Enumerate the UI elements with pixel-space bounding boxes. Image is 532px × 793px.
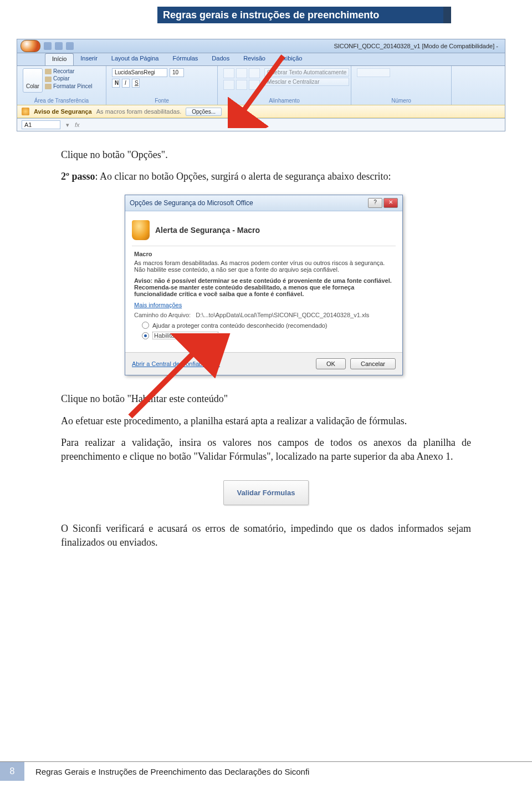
ok-button[interactable]: OK: [316, 358, 346, 369]
underline-button[interactable]: S: [132, 79, 140, 88]
number-group-label: Número: [357, 96, 446, 104]
ribbon-body: Colar Recortar Copiar Formatar Pincel Ár…: [17, 66, 505, 105]
macro-label: Macro: [134, 251, 393, 257]
paragraph-1: Clique no botão "Opções".: [61, 148, 471, 162]
radio-icon: [142, 322, 149, 329]
group-number: Número: [351, 66, 452, 105]
paragraph-4: Ao efetuar este procedimento, a planilha…: [61, 414, 471, 428]
more-info-link[interactable]: Mais informações: [134, 302, 182, 308]
header-banner: Regras gerais e instruções de preenchime…: [157, 7, 451, 23]
align-top-icon[interactable]: [223, 68, 234, 78]
paste-button[interactable]: Colar: [23, 68, 43, 93]
office-button-icon[interactable]: [21, 40, 40, 52]
align-bottom-icon[interactable]: [249, 68, 260, 78]
tab-formulas[interactable]: Fórmulas: [166, 53, 206, 65]
fx-label: fx: [75, 121, 80, 128]
font-name-select[interactable]: LucidaSansRegi: [112, 68, 167, 77]
radio-protect-label: Ajudar a proteger contra conteúdo descon…: [152, 322, 328, 329]
security-warning-bar: Aviso de Segurança As macros foram desab…: [17, 105, 505, 118]
alert-title: Alerta de Segurança - Macro: [155, 226, 260, 235]
bold-button[interactable]: N: [112, 79, 120, 88]
excel-ribbon-screenshot: SICONFI_QDCC_20140328_v1 [Modo de Compat…: [17, 39, 505, 131]
font-size-select[interactable]: 10: [170, 68, 184, 77]
shield-icon: [22, 108, 29, 115]
copy-button[interactable]: Copiar: [45, 75, 93, 82]
validate-formulas-button[interactable]: Validar Fórmulas: [223, 480, 309, 505]
name-box[interactable]: A1: [22, 120, 60, 129]
formula-bar: A1 ▾ fx: [17, 118, 505, 131]
undo-icon[interactable]: [55, 42, 63, 50]
options-button[interactable]: Opções...: [186, 108, 222, 116]
tab-dados[interactable]: Dados: [205, 53, 237, 65]
number-format-select[interactable]: [357, 68, 390, 77]
file-path-label: Caminho do Arquivo:: [134, 312, 191, 318]
group-alignment: Quebrar Texto Automaticamente Mesclar e …: [218, 66, 351, 105]
radio-enable-label: Habilitar este conteúdo: [152, 332, 218, 339]
tab-inicio[interactable]: Início: [45, 53, 74, 65]
save-icon[interactable]: [44, 42, 52, 50]
align-middle-icon[interactable]: [236, 68, 247, 78]
dropdown-icon[interactable]: ▾: [66, 121, 69, 129]
tab-layout[interactable]: Layout da Página: [105, 53, 166, 65]
radio-protect[interactable]: Ajudar a proteger contra conteúdo descon…: [142, 322, 393, 329]
security-options-dialog: Opções de Segurança do Microsoft Office …: [125, 195, 403, 375]
merge-center-button[interactable]: Mesclar e Centralizar: [264, 78, 349, 86]
paragraph-3: Clique no botão "Habilitar este conteúdo…: [61, 392, 471, 406]
font-group-label: Fonte: [112, 96, 212, 104]
group-font: LucidaSansRegi 10 N I S Fonte: [106, 66, 218, 105]
format-painter-button[interactable]: Formatar Pincel: [45, 83, 93, 89]
security-warning-message: As macros foram desabilitadas.: [96, 108, 181, 115]
dialog-title-text: Opções de Segurança do Microsoft Office: [130, 199, 253, 207]
align-left-icon[interactable]: [223, 80, 234, 90]
redo-icon[interactable]: [66, 42, 74, 50]
ribbon-tabs: Início Inserir Layout da Página Fórmulas…: [17, 53, 505, 66]
radio-enable[interactable]: Habilitar este conteúdo: [142, 332, 393, 339]
tab-exibicao[interactable]: Exibição: [273, 53, 310, 65]
alignment-group-label: Alinhamento: [223, 96, 345, 104]
italic-button[interactable]: I: [122, 79, 130, 88]
cut-button[interactable]: Recortar: [45, 68, 93, 74]
tab-inserir[interactable]: Inserir: [74, 53, 105, 65]
group-clipboard: Colar Recortar Copiar Formatar Pincel Ár…: [17, 66, 106, 105]
footer-text: Regras Gerais e Instruções de Preenchime…: [24, 767, 309, 776]
paragraph-2: 2º passo: Ao clicar no botão Opções, sur…: [61, 170, 471, 184]
alert-shield-icon: [132, 220, 150, 240]
trust-center-link[interactable]: Abrir a Central de Confiabilidade: [132, 360, 220, 367]
close-icon[interactable]: ✕: [383, 198, 398, 208]
wrap-text-button[interactable]: Quebrar Texto Automaticamente: [264, 68, 349, 77]
dialog-titlebar: Opções de Segurança do Microsoft Office …: [125, 195, 402, 211]
radio-icon-selected: [142, 332, 149, 339]
macro-description: As macros foram desabilitadas. As macros…: [134, 260, 393, 273]
file-path-value: D:\...to\AppData\Local\Temp\SICONFI_QDCC…: [196, 312, 369, 318]
window-title: SICONFI_QDCC_20140328_v1 [Modo de Compat…: [334, 43, 502, 49]
paragraph-6: O Siconfi verificará e acusará os erros …: [61, 522, 471, 550]
tab-revisao[interactable]: Revisão: [237, 53, 273, 65]
paragraph-5: Para realizar a validação, insira os val…: [61, 436, 471, 464]
page-footer: 8 Regras Gerais e Instruções de Preenchi…: [0, 761, 532, 781]
help-icon[interactable]: ?: [368, 198, 382, 208]
quick-access-toolbar: SICONFI_QDCC_20140328_v1 [Modo de Compat…: [17, 39, 505, 53]
align-center-icon[interactable]: [236, 80, 247, 90]
macro-warning: Aviso: não é possível determinar se este…: [134, 277, 393, 297]
align-right-icon[interactable]: [249, 80, 260, 90]
security-warning-title: Aviso de Segurança: [34, 108, 92, 115]
page-number: 8: [0, 762, 24, 781]
cancel-button[interactable]: Cancelar: [350, 358, 396, 369]
clipboard-group-label: Área de Transferência: [23, 96, 100, 104]
